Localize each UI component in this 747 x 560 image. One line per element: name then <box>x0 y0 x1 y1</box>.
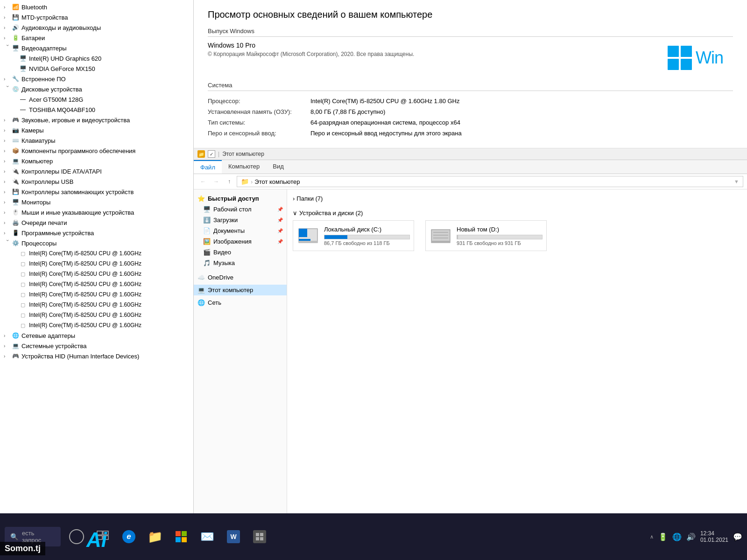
expand-arrow: › <box>5 85 10 93</box>
taskbar-notification[interactable]: 💬 <box>733 532 742 541</box>
drives-header[interactable]: ∨ Устройства и диски (2) <box>293 210 741 217</box>
dm-monitors[interactable]: › 🖥️ Мониторы <box>0 197 193 207</box>
dm-disk[interactable]: › 💿 Дисковые устройства <box>0 84 193 94</box>
svg-rect-1 <box>299 229 307 237</box>
dm-cpu-6[interactable]: ▢ Intel(R) Core(TM) i5-8250U CPU @ 1.60G… <box>0 300 193 310</box>
system-type-label: Тип системы: <box>208 119 310 126</box>
dm-cpu-1[interactable]: ▢ Intel(R) Core(TM) i5-8250U CPU @ 1.60G… <box>0 248 193 259</box>
dm-battery[interactable]: › 🔋 Батареи <box>0 33 193 43</box>
dm-usb-ctrl[interactable]: › 🔌 Контроллеры USB <box>0 176 193 187</box>
dm-builtin-label: Встроенное ПО <box>21 76 66 83</box>
dm-video-label: Видеоадаптеры <box>21 45 67 52</box>
taskbar-explorer[interactable]: 📁 <box>143 525 167 549</box>
dm-video-nvidia[interactable]: 🖥️ NVIDIA GeForce MX150 <box>0 63 193 74</box>
svg-rect-4 <box>431 230 450 243</box>
network-icon: 🌐 <box>11 331 20 340</box>
taskbar-mail[interactable]: ✉️ <box>195 525 219 549</box>
dm-cameras[interactable]: › 📷 Камеры <box>0 125 193 135</box>
dm-net-adapters[interactable]: › 🌐 Сетевые адаптеры <box>0 330 193 341</box>
nav-up-button[interactable]: ↑ <box>224 176 235 187</box>
dm-ide[interactable]: › 🔌 Контроллеры IDE ATA/ATAPI <box>0 166 193 176</box>
dm-builtin[interactable]: › 🔧 Встроенное ПО <box>0 74 193 84</box>
dm-cpu-4[interactable]: ▢ Intel(R) Core(TM) i5-8250U CPU @ 1.60G… <box>0 279 193 289</box>
dm-audio[interactable]: › 🔊 Аудиовходы и аудиовыходы <box>0 22 193 33</box>
video-icon: 🖥️ <box>11 44 20 52</box>
dm-cpu-label: Процессоры <box>21 240 56 247</box>
software-icon: 📦 <box>11 147 20 155</box>
taskbar-caret[interactable]: ∧ <box>650 534 654 540</box>
c-drive-name: Локальный диск (C:) <box>324 226 410 233</box>
dm-bluetooth[interactable]: › 📶 Bluetooth <box>0 2 193 12</box>
dm-disk-acer[interactable]: — Acer GT500M 128G <box>0 94 193 105</box>
dm-cpu-3[interactable]: ▢ Intel(R) Core(TM) i5-8250U CPU @ 1.60G… <box>0 269 193 279</box>
win-logo-q4 <box>681 59 692 70</box>
sidebar-onedrive[interactable]: ☁️ OneDrive <box>194 272 287 283</box>
expand-arrow: › <box>4 148 11 154</box>
dm-sys-devices[interactable]: › 💻 Системные устройства <box>0 341 193 351</box>
desktop-icon: 🖥️ <box>203 206 211 213</box>
dm-computer[interactable]: › 💻 Компьютер <box>0 156 193 166</box>
dm-cpu-8[interactable]: ▢ Intel(R) Core(TM) i5-8250U CPU @ 1.60G… <box>0 320 193 330</box>
address-bar[interactable]: 📁 › Этот компьютер ▼ <box>237 176 743 187</box>
c-drive-item[interactable]: Локальный диск (C:) 86,7 ГБ свободно из … <box>293 220 414 251</box>
dm-cpu-2[interactable]: ▢ Intel(R) Core(TM) i5-8250U CPU @ 1.60G… <box>0 259 193 269</box>
sidebar-this-pc[interactable]: 💻 Этот компьютер <box>194 285 287 295</box>
dm-storage-label: Контроллеры запоминающих устройств <box>21 189 134 196</box>
dm-keyboards[interactable]: › ⌨️ Клавиатуры <box>0 135 193 146</box>
sound-icon: 🎮 <box>11 116 20 124</box>
nvidia-gpu-icon: 🖥️ <box>19 64 27 73</box>
folders-header[interactable]: › Папки (7) <box>293 195 741 202</box>
nav-forward-button[interactable]: → <box>211 176 222 187</box>
folders-chevron: › <box>293 195 295 202</box>
ram-label: Установленная память (ОЗУ): <box>208 108 310 115</box>
tab-view[interactable]: Вид <box>266 160 290 174</box>
dm-soft-devices[interactable]: › 📱 Программные устройства <box>0 228 193 238</box>
taskbar-edge[interactable]: e <box>117 525 141 549</box>
mtd-icon: 💾 <box>11 13 20 21</box>
d-drive-item[interactable]: Новый том (D:) 931 ГБ свободно из 931 ГБ <box>425 220 547 251</box>
dm-sound[interactable]: › 🎮 Звуковые, игровые и видеоустройства <box>0 115 193 125</box>
dm-bluetooth-label: Bluetooth <box>21 4 47 11</box>
system-info-panel: Просмотр основных сведений о вашем компь… <box>194 0 747 148</box>
drives-section: ∨ Устройства и диски (2) <box>293 210 741 251</box>
sidebar-network[interactable]: 🌐 Сеть <box>194 297 287 308</box>
cpu-core-icon: ▢ <box>19 270 27 278</box>
drives-chevron: ∨ <box>293 210 297 217</box>
dm-storage-ctrl[interactable]: › 💾 Контроллеры запоминающих устройств <box>0 187 193 197</box>
taskbar-app[interactable] <box>247 525 272 549</box>
dm-cpu[interactable]: › ⚙️ Процессоры <box>0 238 193 248</box>
dm-disk-toshiba[interactable]: — TOSHIBA MQ04ABF100 <box>0 105 193 115</box>
dm-cameras-label: Камеры <box>21 127 44 134</box>
expand-arrow: › <box>4 169 11 174</box>
taskbar-word[interactable]: W <box>221 525 246 549</box>
search-icon: 🔍 <box>10 533 18 540</box>
d-drive-info: Новый том (D:) 931 ГБ свободно из 931 ГБ <box>457 226 543 246</box>
cpu-core-icon: ▢ <box>19 290 27 299</box>
word-icon: W <box>227 530 240 543</box>
sidebar-music[interactable]: 🎵 Музыка <box>194 258 287 268</box>
cpu-core-icon: ▢ <box>19 321 27 329</box>
dm-video[interactable]: › 🖥️ Видеоадаптеры <box>0 43 193 53</box>
dm-print-queue[interactable]: › 🖨️ Очереди печати <box>0 217 193 228</box>
nav-back-button[interactable]: ← <box>197 176 209 187</box>
explorer-main: › Папки (7) ∨ Устройства и диски (2) <box>287 189 747 513</box>
sidebar-downloads[interactable]: ⬇️ Загрузки 📌 <box>194 215 287 225</box>
tab-file[interactable]: Файл <box>194 160 222 174</box>
dm-software[interactable]: › 📦 Компоненты программного обеспечения <box>0 146 193 156</box>
dm-cpu-5[interactable]: ▢ Intel(R) Core(TM) i5-8250U CPU @ 1.60G… <box>0 289 193 300</box>
win-logo-q3 <box>668 59 679 70</box>
dm-mtd[interactable]: › 💾 MTD-устройства <box>0 12 193 22</box>
dm-video-intel[interactable]: 🖥️ Intel(R) UHD Graphics 620 <box>0 53 193 63</box>
taskbar-store[interactable] <box>169 525 193 549</box>
taskbar-start-search[interactable] <box>64 525 89 549</box>
sidebar-images[interactable]: 🖼️ Изображения 📌 <box>194 236 287 247</box>
tab-computer[interactable]: Компьютер <box>222 160 266 174</box>
sidebar-desktop[interactable]: 🖥️ Рабочий стол 📌 <box>194 204 287 215</box>
dm-mice[interactable]: › 🖱️ Мыши и иные указывающие устройства <box>0 207 193 217</box>
dm-hid[interactable]: › 🎮 Устройства HID (Human Interface Devi… <box>0 351 193 361</box>
dm-cpu-7[interactable]: ▢ Intel(R) Core(TM) i5-8250U CPU @ 1.60G… <box>0 310 193 320</box>
keyboard-icon: ⌨️ <box>11 136 20 145</box>
sidebar-videos[interactable]: 🎬 Видео <box>194 247 287 258</box>
sidebar-documents[interactable]: 📄 Документы 📌 <box>194 225 287 236</box>
right-panel: Просмотр основных сведений о вашем компь… <box>194 0 747 513</box>
